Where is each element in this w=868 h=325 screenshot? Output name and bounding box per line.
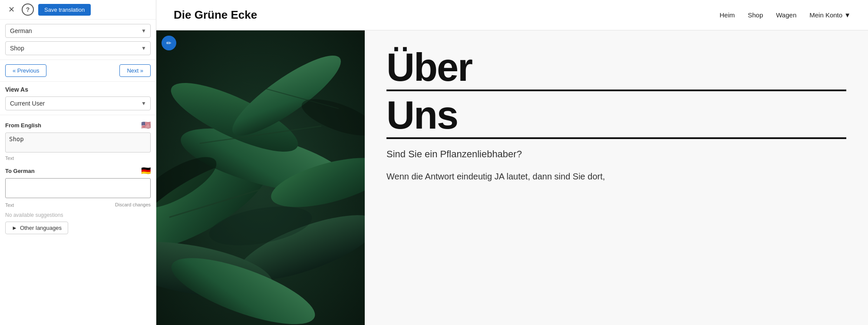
- to-type-label: Text: [5, 202, 14, 208]
- target-text-area[interactable]: [5, 178, 151, 198]
- edit-image-button[interactable]: ✏: [162, 36, 176, 50]
- other-languages-label: Other languages: [20, 225, 62, 231]
- site-header: Die Grüne Ecke Heim Shop Wagen Mein Kont…: [156, 0, 868, 30]
- english-flag-icon: 🇺🇸: [141, 120, 151, 130]
- language-section: German French Spanish ▼ Shop Home Blog ▼: [0, 20, 156, 60]
- from-lang-header: From English 🇺🇸: [5, 120, 151, 130]
- subtitle-text: Sind Sie ein Pflanzenliebhaber?: [386, 148, 846, 161]
- edit-icon: ✏: [166, 40, 172, 46]
- view-as-section: View As Current User Guest Admin ▼: [0, 82, 156, 115]
- help-icon: ?: [26, 6, 30, 13]
- from-section: From English 🇺🇸 Text: [5, 120, 151, 161]
- other-languages-icon: ►: [12, 225, 17, 231]
- account-dropdown-icon: ▼: [844, 11, 851, 19]
- heading-line1: Über: [386, 48, 846, 91]
- page-content: ✏: [156, 30, 868, 325]
- image-section: ✏: [156, 30, 365, 325]
- other-languages-button[interactable]: ► Other languages: [5, 222, 68, 234]
- plant-image: [156, 30, 365, 325]
- previous-button[interactable]: « Previous: [5, 64, 46, 77]
- translation-form: From English 🇺🇸 Text To German 🇩🇪 Text D…: [0, 115, 156, 325]
- mein-konto-label: Mein Konto: [809, 11, 842, 19]
- context-select-wrapper: Shop Home Blog ▼: [5, 41, 151, 55]
- from-lang-label: From English: [5, 122, 41, 129]
- close-button[interactable]: ✕: [5, 3, 17, 16]
- nav-mein-konto[interactable]: Mein Konto ▼: [809, 11, 851, 19]
- to-lang-label: To German: [5, 168, 35, 174]
- discard-changes-link[interactable]: Discard changes: [115, 202, 151, 207]
- site-nav: Heim Shop Wagen Mein Konto ▼: [719, 11, 851, 19]
- view-as-select-wrapper: Current User Guest Admin ▼: [5, 96, 151, 110]
- suggestions-text: No available suggestions: [5, 212, 151, 218]
- from-type-label: Text: [5, 156, 151, 161]
- translation-panel: ✕ ? Save translation German French Spani…: [0, 0, 156, 325]
- next-button[interactable]: Next »: [119, 64, 151, 77]
- heading-line2: Uns: [386, 96, 846, 139]
- language-select-wrapper: German French Spanish ▼: [5, 24, 151, 38]
- text-section: Über Uns Sind Sie ein Pflanzenliebhaber?…: [365, 30, 868, 325]
- language-select[interactable]: German French Spanish: [5, 24, 151, 38]
- body-text: Wenn die Antwort eindeutig JA lautet, da…: [386, 170, 846, 183]
- help-button[interactable]: ?: [22, 3, 34, 16]
- close-icon: ✕: [8, 5, 15, 14]
- to-lang-header: To German 🇩🇪: [5, 166, 151, 176]
- german-flag-icon: 🇩🇪: [141, 166, 151, 176]
- view-as-select[interactable]: Current User Guest Admin: [5, 96, 151, 110]
- save-translation-button[interactable]: Save translation: [38, 4, 91, 16]
- nav-heim[interactable]: Heim: [719, 11, 735, 19]
- source-text-area: [5, 133, 151, 153]
- to-section: To German 🇩🇪 Text Discard changes: [5, 166, 151, 208]
- navigation-buttons: « Previous Next »: [0, 60, 156, 82]
- uber-uns-heading: Über Uns: [386, 48, 846, 139]
- site-preview-area: Die Grüne Ecke Heim Shop Wagen Mein Kont…: [156, 0, 868, 325]
- toolbar: ✕ ? Save translation: [0, 0, 156, 20]
- discard-row: Text Discard changes: [5, 201, 151, 208]
- nav-wagen[interactable]: Wagen: [776, 11, 796, 19]
- context-select[interactable]: Shop Home Blog: [5, 41, 151, 55]
- nav-shop[interactable]: Shop: [748, 11, 763, 19]
- view-as-label: View As: [5, 86, 151, 93]
- site-title: Die Grüne Ecke: [174, 8, 711, 22]
